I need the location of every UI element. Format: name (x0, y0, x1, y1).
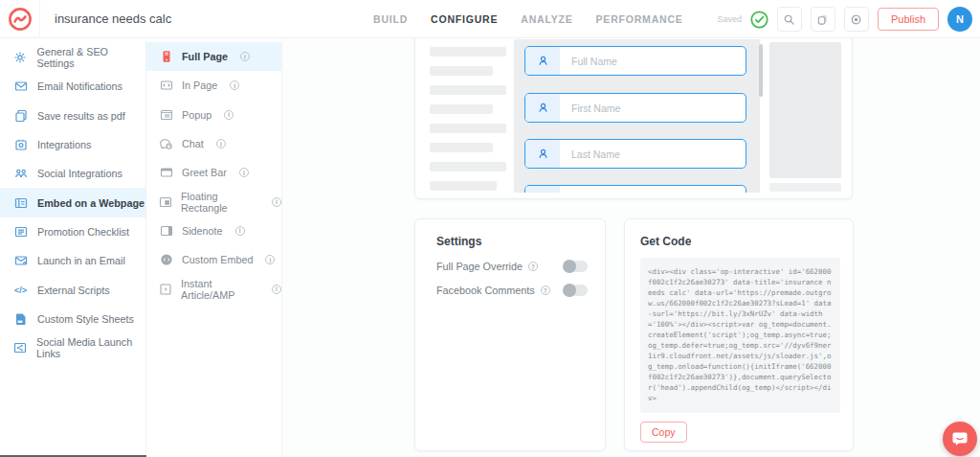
skeleton-bar (430, 124, 506, 133)
preview-button[interactable] (844, 7, 869, 32)
email-launch-icon (13, 254, 28, 267)
tab-analyze[interactable]: ANALYZE (521, 13, 572, 25)
outgrow-logo[interactable] (0, 0, 40, 38)
sidebar-item-promotion-checklist[interactable]: Promotion Checklist (0, 217, 145, 246)
logo-icon (8, 7, 33, 32)
skeleton-bar (430, 66, 493, 76)
sidebar-item-label: General & SEO Settings (37, 46, 145, 69)
info-icon[interactable]: i (230, 80, 239, 90)
full-page-icon (159, 50, 173, 63)
facebook-comments-toggle[interactable] (564, 285, 588, 296)
search-button[interactable] (777, 7, 802, 32)
skeleton-bar (430, 85, 506, 95)
info-icon[interactable]: i (224, 110, 234, 120)
embed-type-full-page[interactable]: Full Page i (146, 42, 281, 71)
saved-check-icon (750, 11, 768, 29)
pdf-icon (13, 109, 28, 123)
embed-type-sidenote[interactable]: Sidenote i (146, 217, 281, 245)
publish-button[interactable]: Publish (878, 8, 939, 31)
configure-content: Full Name First Name Last Name (283, 38, 980, 457)
preview-scrollbar[interactable] (759, 44, 763, 97)
sidebar-item-label: Launch in an Email (37, 255, 125, 266)
main-nav-tabs: BUILD CONFIGURE ANALYZE PERFORMANCE (373, 0, 683, 38)
tab-build[interactable]: BUILD (373, 13, 408, 25)
help-icon[interactable]: ? (528, 262, 538, 271)
sidebar-item-label: Embed on a Webpage (37, 197, 145, 209)
people-icon (13, 167, 28, 180)
chat-widget-button[interactable] (943, 422, 977, 456)
sidebar-item-launch-in-an-email[interactable]: Launch in an Email (0, 246, 145, 275)
sidebar-item-custom-style-sheets[interactable]: Custom Style Sheets (0, 305, 145, 333)
full-page-override-toggle[interactable] (564, 261, 588, 272)
setting-label: Facebook Comments (436, 285, 535, 296)
skeleton-bar (430, 104, 493, 114)
embed-type-label: Custom Embed (182, 254, 253, 265)
info-icon[interactable]: i (240, 52, 250, 61)
user-avatar[interactable]: N (947, 7, 972, 32)
share-icon (13, 341, 27, 354)
info-icon[interactable]: i (265, 255, 275, 264)
versions-button[interactable] (811, 7, 835, 32)
embed-type-custom-embed[interactable]: Custom Embed i (146, 245, 281, 274)
sidebar-item-general-seo-settings[interactable]: General & SEO Settings (0, 43, 145, 72)
info-icon[interactable]: i (272, 285, 281, 294)
help-icon[interactable]: ? (541, 286, 550, 295)
gear-icon (13, 51, 28, 64)
preview-input-first-name[interactable]: First Name (524, 93, 746, 123)
embed-type-label: Sidenote (182, 225, 223, 237)
preview-input-full-name[interactable]: Full Name (524, 46, 746, 76)
embed-type-chat[interactable]: Chat i (146, 129, 281, 158)
sidenote-icon (159, 224, 173, 238)
tab-configure[interactable]: CONFIGURE (431, 13, 498, 25)
embed-type-in-page[interactable]: In Page i (146, 71, 281, 100)
sidebar-item-save-results-as-pdf[interactable]: Save results as pdf (0, 102, 145, 130)
embed-type-popup[interactable]: Popup i (146, 101, 281, 129)
sidebar-item-label: Save results as pdf (37, 110, 125, 122)
embed-types-panel: Full Page i In Page i Popup i Ch (146, 38, 282, 457)
in-page-icon (159, 79, 173, 92)
popup-icon (159, 108, 173, 122)
embed-type-label: Full Page (182, 51, 228, 62)
copy-button[interactable]: Copy (640, 422, 687, 443)
embed-type-floating-rectangle[interactable]: Floating Rectangle i (146, 187, 281, 216)
integrations-icon (13, 138, 28, 151)
skeleton-bar (430, 162, 506, 171)
info-icon[interactable]: i (272, 197, 281, 207)
search-icon (783, 13, 795, 26)
sidebar-item-social-media-launch-links[interactable]: Social Media Launch Links (0, 333, 145, 362)
setting-row-full-page-override: Full Page Override ? (436, 261, 588, 272)
chat-bubble-icon (950, 429, 969, 448)
sidebar-item-embed-on-a-webpage[interactable]: Embed on a Webpage (0, 188, 145, 217)
sidebar-item-integrations[interactable]: Integrations (0, 130, 145, 159)
embed-type-label: Floating Rectangle (181, 191, 259, 214)
preview-input-last-name[interactable]: Last Name (524, 139, 746, 169)
get-code-heading: Get Code (640, 235, 838, 248)
embed-type-label: Popup (182, 109, 212, 121)
greet-bar-icon (159, 166, 173, 179)
info-icon[interactable]: i (239, 168, 249, 177)
person-icon (525, 186, 560, 193)
tab-performance[interactable]: PERFORMANCE (596, 13, 683, 25)
skeleton-block (769, 42, 841, 178)
embed-code-snippet[interactable]: <div><div class='op-interactive' id='662… (640, 258, 840, 413)
embed-type-label: In Page (182, 80, 217, 91)
setting-label: Full Page Override (436, 261, 523, 272)
embed-type-greet-bar[interactable]: Greet Bar i (146, 158, 281, 187)
embed-type-instant-article-amp[interactable]: Instant Article/AMP i (146, 274, 281, 303)
info-icon[interactable]: i (216, 139, 226, 149)
sidebar-item-label: Promotion Checklist (37, 226, 129, 238)
sidebar-item-label: Email Notifications (37, 80, 122, 92)
person-icon (525, 140, 560, 168)
preview-input-partial[interactable] (524, 185, 746, 193)
embed-type-label: Instant Article/AMP (181, 278, 259, 301)
settings-heading: Settings (436, 235, 588, 248)
sidebar-item-label: External Scripts (37, 285, 110, 296)
embed-type-label: Chat (182, 138, 204, 149)
toggle-knob (563, 260, 576, 273)
code-icon: </> (13, 286, 28, 295)
get-code-card: Get Code <div><div class='op-interactive… (624, 218, 854, 451)
sidebar-item-social-integrations[interactable]: Social Integrations (0, 159, 145, 188)
info-icon[interactable]: i (235, 226, 245, 236)
sidebar-item-external-scripts[interactable]: </> External Scripts (0, 275, 145, 304)
sidebar-item-email-notifications[interactable]: Email Notifications (0, 72, 145, 101)
